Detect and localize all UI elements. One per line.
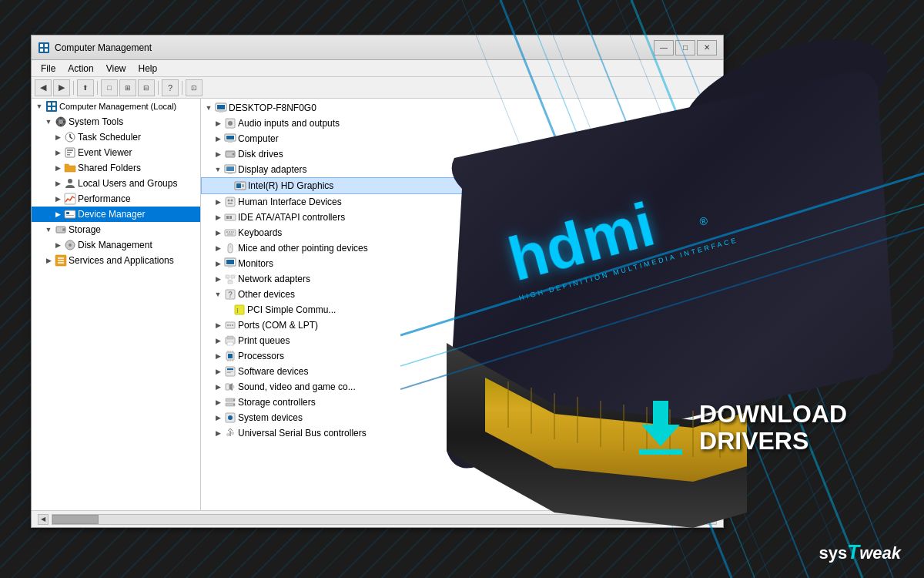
expand-event-viewer: ▶ [53, 148, 62, 157]
svg-rect-76 [236, 183, 241, 188]
minimize-button[interactable]: — [654, 40, 674, 55]
extra-button[interactable]: ⊡ [186, 79, 203, 96]
forward-button[interactable]: ▶ [53, 79, 70, 96]
expand-software: ▶ [213, 367, 223, 376]
software-icon [224, 365, 236, 378]
right-mice[interactable]: ▶ Mice and other pointing devices [201, 240, 723, 256]
tree-local-users[interactable]: ▶ Local Users and Groups [32, 176, 200, 191]
right-intel-hd[interactable]: ▶ Intel(R) HD Graphics [201, 177, 723, 194]
ide-icon [224, 211, 236, 223]
up-button[interactable]: ⬆ [77, 79, 94, 96]
scroll-right-button[interactable]: ▶ [706, 514, 717, 525]
svg-rect-78 [226, 197, 235, 207]
usb-icon [224, 427, 236, 439]
svg-rect-109 [227, 336, 233, 339]
menu-view[interactable]: View [100, 62, 132, 76]
storage-ctrl-label: Storage controllers [238, 397, 316, 408]
ide-label: IDE ATA/ATAPI controllers [238, 212, 345, 223]
svg-point-126 [233, 399, 235, 401]
right-display-adapters[interactable]: ▼ Display adapters [201, 162, 723, 177]
tree-system-tools[interactable]: ▼ System Tools [32, 114, 200, 129]
monitor-icon [224, 257, 236, 270]
detail-view-button[interactable]: ⊟ [138, 79, 155, 96]
tree-event-viewer[interactable]: ▶ Event Viewer [32, 145, 200, 160]
right-processors[interactable]: ▶ Processors [201, 348, 723, 364]
svg-point-131 [232, 432, 234, 435]
desktop-icon [215, 102, 227, 114]
tree-view-button[interactable]: ⊞ [119, 79, 136, 96]
systweak-t: T [847, 540, 859, 563]
keyboard-icon [224, 227, 236, 239]
toolbar-separator-3 [158, 81, 159, 95]
mouse-icon [224, 242, 236, 254]
svg-rect-62 [217, 105, 225, 109]
right-computer[interactable]: ▶ Computer [201, 131, 723, 146]
svg-rect-110 [227, 342, 233, 345]
system-devices-icon [224, 412, 236, 424]
show-hide-button[interactable]: □ [101, 79, 118, 96]
right-ide[interactable]: ▶ IDE ATA/ATAPI controllers [201, 210, 723, 225]
expand-disk-drives: ▶ [213, 150, 223, 159]
svg-rect-27 [45, 44, 48, 47]
help-button[interactable]: ? [162, 79, 179, 96]
back-button[interactable]: ◀ [35, 79, 52, 96]
right-other-devices[interactable]: ▼ ? Other devices [201, 287, 723, 302]
right-sound[interactable]: ▶ Sound, video and game co... [201, 379, 723, 395]
local-users-label: Local Users and Groups [78, 178, 177, 189]
maximize-button[interactable]: □ [675, 40, 695, 55]
processor-icon [224, 350, 236, 362]
systweak-weak: weak [859, 543, 901, 563]
svg-text:?: ? [228, 291, 233, 299]
tree-task-scheduler[interactable]: ▶ Task Scheduler [32, 129, 200, 145]
software-label: Software devices [238, 366, 308, 377]
menu-action[interactable]: Action [62, 62, 99, 76]
right-software[interactable]: ▶ Software devices [201, 364, 723, 379]
tree-shared-folders[interactable]: ▶ Shared Folders [32, 160, 200, 176]
right-hid[interactable]: ▶ Human Interface Devices [201, 194, 723, 210]
svg-rect-63 [219, 111, 223, 113]
svg-rect-51 [66, 212, 69, 214]
tree-services-apps[interactable]: ▶ Services and Applications [32, 253, 200, 268]
ports-label: Ports (COM & LPT) [238, 320, 318, 331]
tree-performance[interactable]: ▶ Performance [32, 191, 200, 207]
right-audio[interactable]: ▶ Audio inputs and outputs [201, 116, 723, 131]
tree-storage[interactable]: ▼ Storage [32, 222, 200, 237]
expand-processors: ▶ [213, 351, 223, 361]
menu-help[interactable]: Help [132, 62, 164, 76]
svg-rect-37 [60, 117, 62, 119]
tree-disk-management[interactable]: ▶ Disk Management [32, 237, 200, 253]
print-label: Print queues [238, 335, 290, 346]
right-root[interactable]: ▼ DESKTOP-F8NF0G0 [201, 100, 723, 116]
scroll-thumb[interactable] [52, 515, 99, 524]
right-pci[interactable]: ▶ ! PCI Simple Commu... [201, 302, 723, 318]
right-print[interactable]: ▶ Print queues [201, 333, 723, 348]
svg-rect-73 [226, 166, 234, 171]
keyboards-label: Keyboards [238, 227, 282, 238]
expand-display-adapters: ▼ [213, 165, 223, 174]
svg-rect-89 [233, 231, 234, 233]
disk-drives-icon [224, 148, 236, 160]
right-keyboards[interactable]: ▶ Keyboards [201, 225, 723, 240]
status-bar: ◀ ▶ [32, 510, 723, 527]
scroll-track[interactable] [52, 514, 703, 525]
close-button[interactable]: ✕ [697, 40, 717, 55]
menu-bar: File Action View Help [32, 60, 723, 77]
svg-rect-84 [229, 216, 232, 219]
svg-rect-25 [38, 42, 49, 53]
svg-rect-31 [48, 102, 51, 106]
tree-root[interactable]: ▼ Computer Management (Local) [32, 99, 200, 114]
hid-label: Human Interface Devices [238, 197, 342, 207]
download-arrow-icon [638, 401, 684, 455]
right-ports[interactable]: ▶ Ports (COM & LPT) [201, 318, 723, 333]
menu-file[interactable]: File [35, 62, 62, 76]
svg-rect-122 [227, 372, 231, 373]
svg-rect-94 [228, 266, 233, 267]
expand-sound: ▶ [213, 382, 223, 391]
scroll-left-button[interactable]: ◀ [38, 514, 49, 525]
services-apps-label: Services and Applications [69, 255, 174, 266]
right-monitors[interactable]: ▶ Monitors [201, 256, 723, 271]
right-network[interactable]: ▶ Network adapters [201, 271, 723, 287]
right-disk-drives[interactable]: ▶ Disk drives [201, 146, 723, 162]
tree-device-manager[interactable]: ▶ Device Manager [32, 207, 200, 222]
download-text: DOWNLOAD DRIVERS [699, 401, 847, 455]
